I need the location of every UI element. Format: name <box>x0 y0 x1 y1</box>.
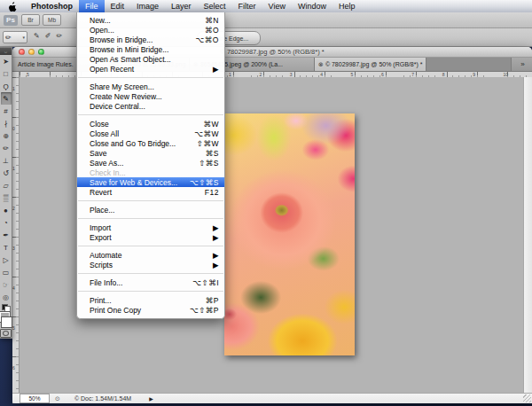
zoom-level-field[interactable]: 50% <box>20 394 50 403</box>
ruler-number: 3 <box>12 246 19 285</box>
menu-item-place[interactable]: Place... <box>77 205 224 215</box>
menu-item-file-info[interactable]: File Info... ⌥⇧⌘I <box>77 277 224 287</box>
menu-item[interactable] <box>78 291 223 292</box>
menu-item-print[interactable]: Print... ⌘P <box>77 295 224 305</box>
flower-photo[interactable] <box>224 113 355 355</box>
pen-tool[interactable]: ✒ <box>1 229 12 241</box>
window-resize-grip[interactable] <box>523 394 531 402</box>
quick-mask-button[interactable] <box>0 329 12 338</box>
menubar-item-view[interactable]: View <box>262 0 292 12</box>
brush-mode-icon[interactable]: ✏ <box>56 32 62 40</box>
menu-item-save-as[interactable]: Save As... ⇧⌘S <box>77 158 224 168</box>
tool-icon: ✎ <box>3 95 9 103</box>
eraser-tool[interactable]: ▱ <box>1 179 12 191</box>
menu-item-share-my-screen[interactable]: Share My Screen... <box>77 82 224 91</box>
path-selection-tool[interactable]: ▷ <box>1 254 12 266</box>
menubar-item-edit[interactable]: Edit <box>105 0 131 12</box>
menu-item-browse-in-mini-bridge[interactable]: Browse in Mini Bridge... <box>77 44 224 54</box>
menu-item-check-in: Check In... <box>77 168 224 177</box>
menubar-item-file[interactable]: File <box>79 0 105 12</box>
brush-mode-icons: ✎✐✏ <box>34 32 62 40</box>
brush-preset-picker[interactable]: ✏ ▾ <box>3 31 27 43</box>
menu-item-browse-in-bridge[interactable]: Browse in Bridge... ⌥⌘O <box>77 35 224 44</box>
lasso-tool[interactable]: Ϙ <box>1 80 12 92</box>
status-menu-arrow[interactable]: ▶ <box>149 395 153 402</box>
menu-item[interactable] <box>78 218 223 219</box>
menu-item-create-new-review[interactable]: Create New Review... <box>77 91 224 101</box>
tools-list: ➤□Ϙ✎#∤⊕✏⊥↺▱▒●◔✒T▷▭☞◎ <box>1 55 12 303</box>
menu-item-open-as-smart-object[interactable]: Open As Smart Object... <box>77 54 224 64</box>
menu-item-close[interactable]: Close ⌘W <box>77 119 224 129</box>
ruler-number: 1 <box>12 166 19 206</box>
brush-mode-icon[interactable]: ✐ <box>45 32 51 40</box>
clone-stamp-tool[interactable]: ⊥ <box>1 154 12 167</box>
menu-item[interactable] <box>78 200 223 201</box>
menu-item-print-one-copy[interactable]: Print One Copy ⌥⇧⌘P <box>77 305 224 315</box>
tab-overflow-chevron[interactable]: » <box>511 58 532 71</box>
zoom-tool[interactable]: ◎ <box>1 291 12 303</box>
minimize-window-button[interactable] <box>28 49 35 55</box>
bridge-button[interactable]: Br <box>21 14 40 26</box>
menu-item-close-and-go-to-bridge[interactable]: Close and Go To Bridge... ⇧⌘W <box>77 138 224 148</box>
marquee-tool[interactable]: □ <box>1 67 12 80</box>
blur-tool[interactable]: ● <box>1 204 12 216</box>
eyedropper-tool[interactable]: ∤ <box>1 117 12 129</box>
menu-item-new[interactable]: New... ⌘N <box>77 15 224 25</box>
tool-palette: ⇔ ➤□Ϙ✎#∤⊕✏⊥↺▱▒●◔✒T▷▭☞◎ <box>0 47 12 339</box>
shape-tool[interactable]: ▭ <box>1 266 12 278</box>
default-swatches-icon[interactable] <box>2 304 11 312</box>
move-tool[interactable]: ➤ <box>1 55 12 67</box>
zoom-window-button[interactable] <box>38 49 44 55</box>
history-brush-tool[interactable]: ↺ <box>1 167 12 179</box>
vertical-scrollbar[interactable] <box>523 77 532 393</box>
apple-icon[interactable] <box>0 0 25 12</box>
menu-item-automate[interactable]: Automate ▶ <box>77 250 224 260</box>
menu-item-revert[interactable]: Revert F12 <box>77 187 224 197</box>
ruler-number: 0 <box>12 126 19 166</box>
tool-icon: ✏ <box>3 144 9 152</box>
type-tool[interactable]: T <box>1 241 12 254</box>
palette-header[interactable]: ⇔ <box>0 48 12 55</box>
menu-item[interactable] <box>78 114 223 115</box>
menu-item-export[interactable]: Export ▶ <box>77 232 224 242</box>
brush-tool[interactable]: ✏ <box>1 142 12 154</box>
gradient-tool[interactable]: ▒ <box>1 191 12 204</box>
menu-item-device-central[interactable]: Device Central... <box>77 101 224 111</box>
tool-icon: ▷ <box>3 256 8 264</box>
menu-item[interactable] <box>78 77 223 78</box>
menubar-item-image[interactable]: Image <box>130 0 165 12</box>
foreground-background-swatches[interactable] <box>0 312 12 327</box>
menu-item-save[interactable]: Save ⌘S <box>77 148 224 158</box>
status-icon: ⊙ <box>55 395 60 402</box>
menu-item-open-recent[interactable]: Open Recent ▶ <box>77 64 224 74</box>
crop-tool[interactable]: # <box>1 105 12 117</box>
mini-bridge-button[interactable]: Mb <box>43 14 61 26</box>
menu-item-open[interactable]: Open... ⌘O <box>77 25 224 35</box>
menu-item[interactable] <box>78 273 223 274</box>
menubar-item-layer[interactable]: Layer <box>165 0 198 12</box>
tool-icon: T <box>4 244 8 252</box>
menubar-item-help[interactable]: Help <box>332 0 362 12</box>
tab-label: © 78029987.jpg @ 50% (RGB/8*) * <box>325 61 423 67</box>
menu-item-scripts[interactable]: Scripts ▶ <box>77 260 224 269</box>
menu-item[interactable] <box>78 246 223 246</box>
tab-label: Article Image Rules. <box>18 61 74 67</box>
chevron-down-icon: ▾ <box>22 35 25 40</box>
document-statusbar: 50% ⊙ © Doc: 1.54M/1.54M ▶ <box>12 393 532 403</box>
menu-item-import[interactable]: Import ▶ <box>77 223 224 232</box>
menubar-item-photoshop[interactable]: Photoshop <box>25 0 79 12</box>
tab-78029987[interactable]: ⊗ © 78029987.jpg @ 50% (RGB/8*) * <box>315 58 426 71</box>
hand-tool[interactable]: ☞ <box>1 278 12 291</box>
menubar-item-window[interactable]: Window <box>292 0 332 12</box>
healing-brush-tool[interactable]: ⊕ <box>1 129 12 142</box>
tab-close-icon[interactable]: ⊗ <box>318 61 324 68</box>
menubar-item-filter[interactable]: Filter <box>232 0 262 12</box>
tool-icon: ▭ <box>3 269 10 277</box>
menu-item-close-all[interactable]: Close All ⌥⌘W <box>77 129 224 138</box>
close-window-button[interactable] <box>19 49 25 55</box>
menu-item-save-for-web-and-devices[interactable]: Save for Web & Devices... ⌥⇧⌘S <box>77 177 224 187</box>
brush-mode-icon[interactable]: ✎ <box>34 32 40 40</box>
dodge-tool[interactable]: ◔ <box>1 216 12 229</box>
menubar-item-select[interactable]: Select <box>198 0 232 12</box>
quick-selection-tool[interactable]: ✎ <box>1 92 12 105</box>
